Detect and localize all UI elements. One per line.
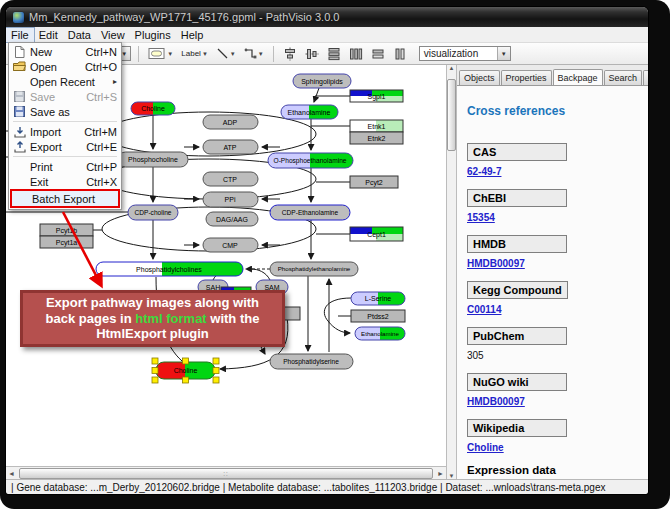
node-choline[interactable]: Choline [131, 102, 175, 115]
xref-section-pubchem: PubChem 305 [467, 326, 648, 361]
node-ctp[interactable]: CTP [203, 172, 258, 186]
menu-edit[interactable]: Edit [34, 28, 63, 42]
common-width-button[interactable] [369, 45, 387, 63]
gene-cept1[interactable]: Cept1 [350, 227, 403, 241]
align-center-x-button[interactable] [281, 45, 299, 63]
menu-help[interactable]: Help [176, 28, 209, 42]
xref-link[interactable]: HMDB00097 [467, 396, 648, 407]
node-phosphatidylserine[interactable]: Phosphatidylserine [270, 354, 353, 369]
menu-item-new[interactable]: New Ctrl+N [10, 44, 120, 59]
distribute-horizontal-button[interactable] [347, 45, 365, 63]
menu-file[interactable]: File [6, 28, 34, 42]
chevron-down-icon: ▼ [230, 51, 236, 57]
node-adp[interactable]: ADP [203, 115, 258, 129]
menu-separator [13, 121, 117, 122]
distribute-vertical-button[interactable] [325, 45, 343, 63]
node-ethanolamine-top[interactable]: Ethanolamine [281, 105, 338, 119]
node-sphingolipids[interactable]: Sphingolipids [293, 74, 351, 88]
tab-search[interactable]: Search [604, 70, 643, 85]
menu-item-export[interactable]: Export Ctrl+E [10, 139, 120, 154]
tab-backpage[interactable]: Backpage [553, 69, 603, 85]
connector-tool-button[interactable]: ▼ [242, 45, 266, 63]
empty-icon [13, 75, 26, 88]
common-width-icon [371, 47, 385, 61]
scroll-right-icon[interactable]: ► [435, 470, 446, 477]
xref-link[interactable]: 62-49-7 [467, 166, 648, 177]
node-dag-aag[interactable]: DAG/AAG [206, 212, 258, 226]
svg-text:CDP-choline: CDP-choline [134, 209, 171, 216]
connector-icon [244, 47, 257, 60]
horizontal-scrollbar[interactable]: ◄ ∷ ► [6, 466, 446, 479]
node-phosphocholine[interactable]: Phosphocholine [118, 152, 188, 167]
gene-etnk2[interactable]: Etnk2 [350, 132, 403, 144]
node-cdp-ethanolamine[interactable]: CDP-Ethanolamine [270, 205, 350, 220]
menu-item-save-as[interactable]: Save as [10, 104, 120, 119]
menu-item-label: New [30, 46, 52, 58]
menu-item-shortcut: Ctrl+E [80, 141, 117, 153]
distribute-horizontal-icon [349, 47, 363, 61]
menu-view[interactable]: View [96, 28, 130, 42]
tab-objects[interactable]: Objects [459, 70, 500, 85]
gene-pcyt1b[interactable]: Pcyt1b [40, 224, 93, 236]
gene-pcyt2[interactable]: Pcyt2 [350, 176, 398, 188]
gene-ptdss2[interactable]: Ptdss2 [351, 310, 405, 322]
node-choline-selected[interactable]: Choline [152, 358, 219, 383]
node-cmp[interactable]: CMP [203, 238, 258, 252]
line-tool-button[interactable]: ▼ [214, 45, 238, 63]
node-o-phosphoethanolamine[interactable]: O-Phosphoethanolamine [268, 153, 353, 168]
node-l-serine[interactable]: L-Serine [351, 292, 405, 305]
node-ppi[interactable]: PPi [203, 192, 258, 207]
label-tool-button[interactable]: Label ▼ [179, 45, 210, 63]
menu-item-import[interactable]: Import Ctrl+M [10, 124, 120, 139]
menu-item-exit[interactable]: Exit Ctrl+X [10, 174, 120, 189]
menu-plugins[interactable]: Plugins [130, 28, 176, 42]
menu-item-shortcut: Ctrl+S [80, 91, 117, 103]
vertical-scrollbar[interactable]: ▲ ▼ [446, 65, 457, 479]
svg-text:Choline: Choline [174, 367, 198, 374]
xref-link[interactable]: Choline [467, 442, 648, 453]
menu-item-label: Open Recent [30, 76, 95, 88]
visualization-dropdown-icon[interactable]: ▼ [497, 47, 510, 60]
xref-link[interactable]: C00114 [467, 304, 648, 315]
menu-item-save[interactable]: Save Ctrl+S [10, 89, 120, 104]
menu-item-batch-export[interactable]: Batch Export [10, 189, 120, 208]
menu-item-open-recent[interactable]: Open Recent ▸ [10, 74, 120, 89]
align-center-y-icon [305, 47, 319, 61]
align-center-y-button[interactable] [303, 45, 321, 63]
node-phosphatidylcholines[interactable]: Phosphatidylcholines [96, 262, 243, 276]
xref-link[interactable]: HMDB00097 [467, 258, 648, 269]
svg-text:CTP: CTP [223, 176, 237, 183]
menu-item-shortcut: Ctrl+O [79, 61, 117, 73]
menu-data[interactable]: Data [63, 28, 96, 42]
svg-text:ADP: ADP [223, 119, 238, 126]
menu-bar: File Edit Data View Plugins Help [6, 27, 648, 43]
node-cdp-choline[interactable]: CDP-choline [128, 205, 178, 220]
scroll-left-icon[interactable]: ◄ [6, 470, 17, 477]
horizontal-scrollbar-thumb[interactable]: ∷ [19, 468, 433, 479]
tab-properties[interactable]: Properties [501, 70, 552, 85]
title-bar[interactable]: Mm_Kennedy_pathway_WP1771_45176.gpml - P… [6, 7, 648, 27]
menu-item-print[interactable]: Print Ctrl+P [10, 159, 120, 174]
scroll-up-icon[interactable]: ▲ [449, 65, 455, 71]
menu-item-label: Batch Export [32, 193, 95, 205]
datanode-tool-button[interactable]: ▼ [146, 45, 175, 63]
datanode-icon [148, 47, 166, 60]
menu-item-shortcut: Ctrl+N [80, 46, 117, 58]
visualization-combobox[interactable]: visualization ▼ [419, 46, 511, 61]
svg-text:Phosphatidylethanolamine: Phosphatidylethanolamine [278, 265, 351, 272]
gene-sgpl1[interactable]: Sgpl1 [350, 90, 403, 102]
common-height-button[interactable] [391, 45, 409, 63]
svg-text:Pcyt2: Pcyt2 [365, 179, 383, 187]
status-bar: | Gene database: ...m_Derby_20120602.bri… [6, 479, 648, 494]
node-atp[interactable]: ATP [203, 140, 258, 154]
vertical-scrollbar-thumb[interactable] [447, 79, 456, 151]
xref-title: PubChem [467, 327, 567, 345]
menu-item-open[interactable]: Open Ctrl+O [10, 59, 120, 74]
node-phosphatidylethanolamine[interactable]: Phosphatidylethanolamine [270, 262, 358, 276]
gene-etnk1[interactable]: Etnk1 [350, 120, 403, 132]
gene-pcyt1a[interactable]: Pcyt1a [40, 236, 93, 248]
callout-highlight: html format [135, 311, 207, 326]
xref-link[interactable]: 15354 [467, 212, 648, 223]
node-ethanolamine-bottom[interactable]: Ethanolamine [355, 327, 405, 340]
tab-legend[interactable]: Legend [643, 70, 648, 85]
